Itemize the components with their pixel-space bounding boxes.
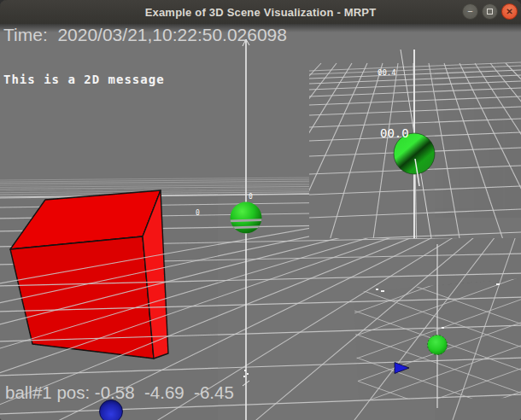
window-controls: − ✕	[462, 3, 518, 20]
inset-tick-far: 00.4	[378, 68, 396, 77]
inset-tick-near: 00.0	[380, 126, 409, 140]
blue-ball	[100, 400, 123, 420]
maximize-icon	[487, 9, 493, 15]
app-window: Example of 3D Scene Visualization - MRPT…	[0, 0, 521, 420]
titlebar[interactable]: Example of 3D Scene Visualization - MRPT…	[0, 0, 521, 25]
window-title: Example of 3D Scene Visualization - MRPT	[145, 6, 377, 19]
main-3d-viewport[interactable]: 0 0 00.4 00.0	[0, 24, 521, 420]
green-ball-main	[227, 202, 265, 236]
close-icon: ✕	[506, 8, 512, 16]
close-button[interactable]: ✕	[501, 3, 518, 20]
origin-tick-label: 0	[249, 193, 253, 201]
inset-3d-scene: 00.4 00.0	[309, 24, 521, 238]
axis-tick-label: 0	[196, 209, 200, 217]
maximize-button[interactable]	[482, 3, 498, 20]
green-ball-small	[428, 335, 448, 355]
red-cube	[10, 190, 168, 359]
minimize-icon: −	[467, 7, 472, 16]
inset-viewport[interactable]: 00.4 00.0	[309, 24, 521, 238]
blue-arrow	[395, 363, 409, 374]
minimize-button[interactable]: −	[462, 3, 478, 20]
